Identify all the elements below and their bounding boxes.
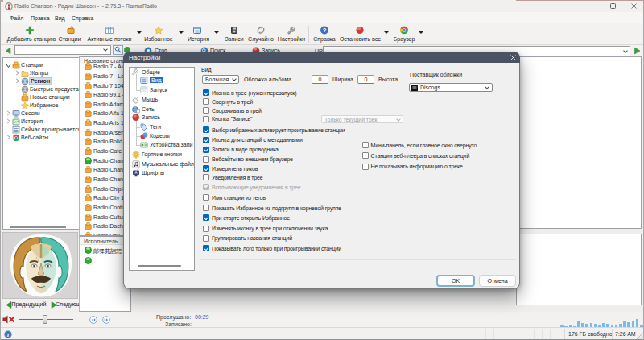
svg-text:i: i	[7, 332, 9, 338]
svg-text:?: ?	[323, 27, 327, 34]
